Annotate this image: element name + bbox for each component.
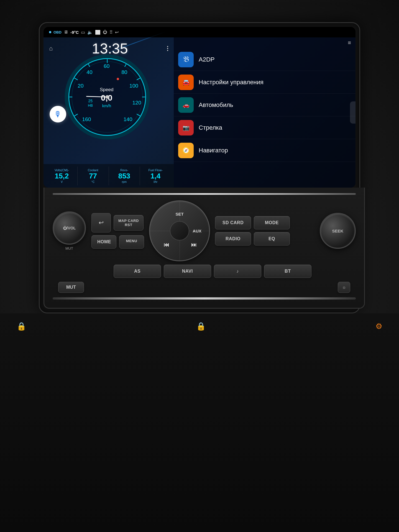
below-console-area: 🔒 🔒 ⚙ (0, 313, 399, 532)
svg-text:80: 80 (121, 69, 127, 75)
screen-bezel: OBD 🖥 -9°C ▭ 🔈 ⬜ ⏻ ⠿ ↩ ⌂ (39, 22, 360, 313)
speedometer: 20 40 60 80 100 120 140 160 Speed 0,0 km… (63, 53, 152, 141)
right-edge-decoration (350, 101, 355, 124)
settings-label: Настройки управления (199, 79, 264, 86)
navigator-icon: 🧭 (178, 143, 194, 158)
power-icon: ⏻ (103, 30, 107, 35)
rst-label: RST (118, 223, 139, 227)
right-panel: ≡ 𝔅 A2DP 🚘 Настройки управ (174, 37, 355, 188)
radio-button[interactable]: RADIO (215, 232, 251, 245)
brightness-button[interactable]: ☼ (338, 282, 350, 293)
status-bar-left: OBD 🖥 -9°C ▭ 🔈 ⬜ ⏻ ⠿ ↩ (49, 30, 119, 35)
svg-text:20: 20 (78, 83, 83, 89)
car-icon: 🚗 (178, 97, 194, 113)
dpad-aux-label[interactable]: AUX (193, 229, 201, 233)
sd-card-button[interactable]: SD CARD (215, 216, 251, 229)
navigator-label: Навигатор (199, 147, 228, 154)
strelka-label: Стрелка (199, 124, 222, 131)
dpad-next-button[interactable]: ⏭ (191, 242, 197, 248)
stat-revs: Revs- 853 rpm (109, 167, 140, 185)
strelka-icon: 📷 (178, 120, 194, 135)
eq-button[interactable]: EQ (254, 232, 290, 245)
home-screen-icon[interactable]: ⌂ (49, 45, 53, 52)
mode-button[interactable]: MODE (254, 216, 290, 229)
grid-icon: ⠿ (109, 30, 113, 35)
car-console: OBD 🖥 -9°C ▭ 🔈 ⬜ ⏻ ⠿ ↩ ⌂ (0, 0, 399, 532)
control-panel: ⏻/VOL MUT ↩ MAP CARD RST (44, 188, 365, 309)
svg-text:140: 140 (124, 116, 132, 122)
map-card-rst-label: MAP CARD (118, 219, 139, 223)
location-dot (49, 31, 51, 33)
svg-text:25: 25 (88, 99, 93, 103)
menu-item-navigator[interactable]: 🧭 Навигатор (174, 139, 355, 162)
svg-text:km/h: km/h (102, 103, 111, 108)
mic-icon: 🎙 (54, 110, 62, 119)
display-icon: ⬜ (95, 30, 101, 35)
main-controls-area: ⏻/VOL MUT ↩ MAP CARD RST (53, 200, 356, 261)
power-vol-knob[interactable]: ⏻/VOL (53, 211, 86, 245)
svg-text:100: 100 (129, 83, 138, 89)
menu-item-a2dp[interactable]: 𝔅 A2DP (174, 48, 355, 71)
svg-text:120: 120 (132, 100, 141, 106)
stat-fuel-flow: Fuel Flow- 1,4 l/hr (140, 167, 171, 185)
options-menu-icon[interactable] (167, 46, 168, 51)
svg-text:Speed: Speed (100, 87, 113, 92)
status-bar: OBD 🖥 -9°C ▭ 🔈 ⬜ ⏻ ⠿ ↩ (44, 27, 355, 37)
silver-trim-bottom (53, 297, 356, 300)
mute-button[interactable]: MUT (58, 282, 84, 293)
seek-knob[interactable]: SEEK (320, 213, 356, 249)
music-note-icon: ♪ (236, 269, 239, 273)
svg-point-26 (106, 95, 109, 99)
settings-icon: 🚘 (178, 75, 194, 90)
dpad-center-button[interactable] (170, 221, 189, 241)
menu-button[interactable]: MENU (119, 235, 144, 249)
as-button[interactable]: AS (114, 265, 161, 278)
brightness-icon: ☼ (342, 285, 346, 290)
dpad-cluster: SET AUX ⏮ ⏭ (149, 200, 210, 261)
screen-content: ⌂ 13:35 🎙 (44, 37, 355, 188)
battery-icon: ▭ (81, 30, 85, 35)
lock-icon-left: 🔒 (17, 322, 26, 331)
a2dp-label: A2DP (199, 56, 214, 63)
svg-text:40: 40 (86, 69, 92, 75)
obd-label: OBD (53, 30, 62, 34)
temperature-display: -9°C (70, 30, 79, 35)
dpad-outer-ring[interactable]: SET AUX ⏮ ⏭ (149, 200, 210, 261)
dpad-prev-button[interactable]: ⏮ (164, 242, 169, 248)
menu-item-car[interactable]: 🚗 Автомобиль (174, 94, 355, 116)
lock-icon-center: 🔒 (196, 322, 206, 331)
menu-header: ≡ (174, 37, 355, 48)
back-arrow-icon: ↩ (99, 219, 104, 226)
silver-trim-top (53, 193, 356, 195)
svg-text:60: 60 (104, 63, 109, 69)
car-label: Автомобиль (199, 101, 233, 109)
home-button[interactable]: HOME (91, 235, 116, 249)
mut-btn[interactable]: MUT (65, 246, 73, 250)
menu-item-settings[interactable]: 🚘 Настройки управления (174, 71, 355, 94)
warning-engine-icon: ⚙ (375, 322, 382, 331)
bottom-control-row: MUT ☼ (53, 282, 356, 293)
head-unit-screen: OBD 🖥 -9°C ▭ 🔈 ⬜ ⏻ ⠿ ↩ ⌂ (44, 27, 355, 188)
bt-button[interactable]: BT (264, 265, 311, 278)
power-vol-label: ⏻/VOL (63, 226, 76, 230)
volume-icon: 🔈 (87, 30, 93, 35)
back-button[interactable]: ↩ (91, 213, 111, 232)
left-panel: ⌂ 13:35 🎙 (44, 37, 174, 188)
music-button[interactable]: ♪ (214, 265, 261, 278)
dpad-set-label[interactable]: SET (175, 212, 183, 216)
map-card-rst-button[interactable]: MAP CARD RST (114, 215, 144, 231)
obd-stats-bar: Volts(CM)- 15,2 V Coolant 77 °C Revs- (44, 164, 174, 188)
seek-label: SEEK (332, 229, 344, 233)
microphone-button[interactable]: 🎙 (50, 106, 66, 122)
back-status-icon: ↩ (115, 30, 119, 35)
svg-text:160: 160 (82, 116, 91, 122)
stat-coolant: Coolant 77 °C (78, 167, 109, 185)
navi-button[interactable]: NAVI (164, 265, 211, 278)
monitor-icon: 🖥 (64, 30, 68, 35)
stat-volts: Volts(CM)- 15,2 V (46, 167, 77, 185)
a2dp-icon: 𝔅 (178, 52, 194, 67)
menu-item-strelka[interactable]: 📷 Стрелка (174, 116, 355, 139)
hamburger-menu-icon[interactable]: ≡ (348, 40, 351, 46)
svg-point-27 (117, 78, 119, 80)
svg-text:HB: HB (88, 103, 93, 108)
